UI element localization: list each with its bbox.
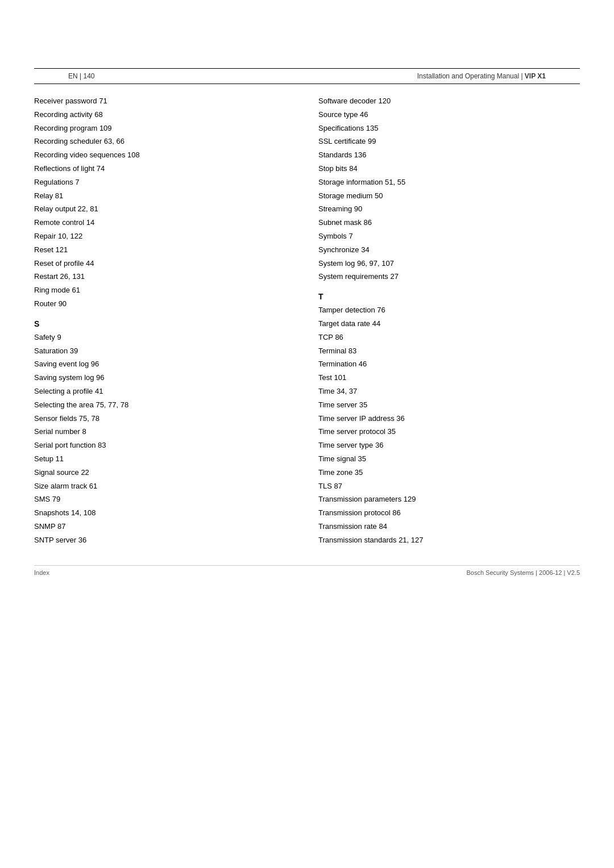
right-column: Software decoder 120Source type 46Specif… xyxy=(318,95,580,548)
list-item: Receiver password 71 xyxy=(34,95,296,107)
list-item: Time zone 35 xyxy=(318,467,580,479)
list-item: Signal source 22 xyxy=(34,467,296,479)
header-title-prefix: Installation and Operating Manual | xyxy=(417,72,525,80)
list-item: TCP 86 xyxy=(318,332,580,344)
header-page-number: EN | 140 xyxy=(68,72,94,80)
list-item: Size alarm track 61 xyxy=(34,481,296,493)
list-item: Storage information 51, 55 xyxy=(318,177,580,189)
list-item: Target data rate 44 xyxy=(318,318,580,330)
list-item: Reflections of light 74 xyxy=(34,163,296,175)
list-item: Relay output 22, 81 xyxy=(34,203,296,215)
list-item: Serial port function 83 xyxy=(34,440,296,452)
list-item: Transmission rate 84 xyxy=(318,521,580,533)
page-header: EN | 140 Installation and Operating Manu… xyxy=(34,68,580,84)
list-item: Time signal 35 xyxy=(318,453,580,465)
list-item: Regulations 7 xyxy=(34,177,296,189)
list-item: Specifications 135 xyxy=(318,123,580,135)
section-s-header: S xyxy=(34,319,296,328)
list-item: Transmission standards 21, 127 xyxy=(318,535,580,546)
list-item: Test 101 xyxy=(318,372,580,384)
page: EN | 140 Installation and Operating Manu… xyxy=(0,68,614,868)
list-item: SMS 79 xyxy=(34,494,296,506)
list-item: Repair 10, 122 xyxy=(34,231,296,243)
list-item: Reset of profile 44 xyxy=(34,258,296,270)
index-content: Receiver password 71Recording activity 6… xyxy=(34,95,580,548)
right-t-index-items: Tamper detection 76Target data rate 44TC… xyxy=(318,304,580,546)
footer-right: Bosch Security Systems | 2006-12 | V2.5 xyxy=(466,569,580,576)
list-item: Recording program 109 xyxy=(34,123,296,135)
list-item: Terminal 83 xyxy=(318,345,580,357)
list-item: SNTP server 36 xyxy=(34,535,296,546)
list-item: Recording scheduler 63, 66 xyxy=(34,136,296,148)
list-item: Time server type 36 xyxy=(318,440,580,452)
list-item: Subnet mask 86 xyxy=(318,217,580,229)
list-item: TLS 87 xyxy=(318,481,580,493)
list-item: Selecting the area 75, 77, 78 xyxy=(34,399,296,411)
list-item: SNMP 87 xyxy=(34,521,296,533)
list-item: Setup 11 xyxy=(34,453,296,465)
list-item: Standards 136 xyxy=(318,149,580,161)
list-item: Symbols 7 xyxy=(318,231,580,243)
list-item: Time 34, 37 xyxy=(318,386,580,398)
list-item: Tamper detection 76 xyxy=(318,304,580,316)
list-item: Synchronize 34 xyxy=(318,244,580,256)
list-item: Termination 46 xyxy=(318,358,580,370)
footer-left: Index xyxy=(34,569,49,576)
list-item: Saving system log 96 xyxy=(34,372,296,384)
list-item: Ring mode 61 xyxy=(34,285,296,297)
list-item: Software decoder 120 xyxy=(318,95,580,107)
list-item: System requirements 27 xyxy=(318,271,580,283)
list-item: Selecting a profile 41 xyxy=(34,386,296,398)
left-column: Receiver password 71Recording activity 6… xyxy=(34,95,296,548)
list-item: Reset 121 xyxy=(34,244,296,256)
list-item: SSL certificate 99 xyxy=(318,136,580,148)
list-item: Storage medium 50 xyxy=(318,190,580,202)
list-item: System log 96, 97, 107 xyxy=(318,258,580,270)
list-item: Source type 46 xyxy=(318,109,580,121)
list-item: Safety 9 xyxy=(34,332,296,344)
header-product-name: VIP X1 xyxy=(525,72,546,80)
list-item: Recording activity 68 xyxy=(34,109,296,121)
right-index-items: Software decoder 120Source type 46Specif… xyxy=(318,95,580,283)
list-item: Transmission parameters 129 xyxy=(318,494,580,506)
list-item: Saturation 39 xyxy=(34,345,296,357)
left-s-index-items: Safety 9Saturation 39Saving event log 96… xyxy=(34,332,296,546)
header-title: Installation and Operating Manual | VIP … xyxy=(417,72,546,80)
list-item: Transmission protocol 86 xyxy=(318,507,580,519)
section-t-header: T xyxy=(318,292,580,301)
page-footer: Index Bosch Security Systems | 2006-12 |… xyxy=(34,565,580,576)
list-item: Recording video sequences 108 xyxy=(34,149,296,161)
list-item: Serial number 8 xyxy=(34,426,296,438)
list-item: Saving event log 96 xyxy=(34,358,296,370)
list-item: Snapshots 14, 108 xyxy=(34,507,296,519)
list-item: Stop bits 84 xyxy=(318,163,580,175)
left-index-items: Receiver password 71Recording activity 6… xyxy=(34,95,296,310)
list-item: Streaming 90 xyxy=(318,203,580,215)
list-item: Sensor fields 75, 78 xyxy=(34,413,296,425)
list-item: Time server IP address 36 xyxy=(318,413,580,425)
list-item: Remote control 14 xyxy=(34,217,296,229)
list-item: Relay 81 xyxy=(34,190,296,202)
list-item: Time server 35 xyxy=(318,399,580,411)
list-item: Router 90 xyxy=(34,298,296,310)
list-item: Time server protocol 35 xyxy=(318,426,580,438)
list-item: Restart 26, 131 xyxy=(34,271,296,283)
